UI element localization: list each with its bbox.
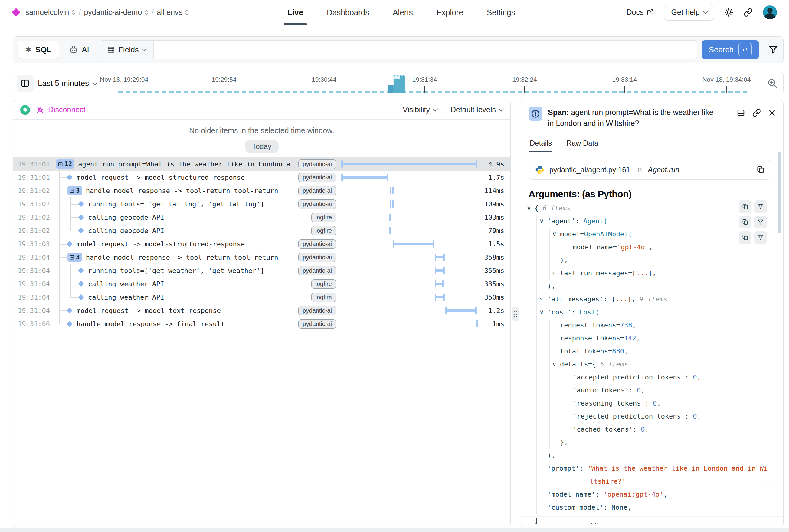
trace-row[interactable]: 19:31:04calling weather APIlogfire335ms [13, 277, 511, 290]
collapse-caret-icon[interactable]: ∨ [552, 228, 557, 241]
today-chip[interactable]: Today [245, 140, 278, 153]
collapse-caret-icon[interactable]: ∨ [552, 358, 557, 371]
duration-bar[interactable] [435, 280, 444, 287]
histogram-selection[interactable] [393, 75, 405, 93]
trace-row[interactable]: 19:31:043handle model response -> tool-r… [13, 251, 511, 264]
ai-mode-button[interactable]: AI [63, 41, 95, 59]
tag-pill[interactable]: logfire [311, 292, 336, 302]
collapse-caret-icon[interactable]: ∨ [539, 306, 544, 319]
breadcrumb-item-all-envs[interactable]: all envs [157, 8, 189, 17]
tag-pill[interactable]: logfire [311, 279, 336, 289]
expand-caret-icon[interactable]: › [539, 292, 542, 306]
copy-node-button[interactable] [739, 200, 751, 213]
filter-node-button[interactable] [754, 200, 767, 213]
trace-row[interactable]: 19:31:04running tools=['get_weather', 'g… [13, 264, 511, 277]
tag-pill[interactable]: pydantic-ai [298, 253, 336, 262]
panel-resize-handle[interactable] [512, 307, 519, 321]
tag-pill[interactable]: logfire [311, 226, 336, 235]
trace-row[interactable]: 19:31:04calling weather APIlogfire350ms [13, 290, 511, 304]
sidebar-toggle-button[interactable] [17, 75, 34, 92]
code-indent-guide [536, 253, 537, 267]
expand-caret-icon[interactable]: › [552, 267, 555, 280]
filter-funnel-icon[interactable] [768, 44, 778, 55]
tab-dashboards[interactable]: Dashboards [327, 0, 369, 25]
dock-bottom-icon[interactable] [737, 109, 745, 117]
user-avatar[interactable] [763, 5, 777, 19]
trace-row[interactable]: 19:31:02calling geocode APIlogfire103ms [13, 211, 511, 224]
trace-row[interactable]: 19:31:02running tools=['get_lat_lng', 'g… [13, 197, 511, 211]
code-line: 'accepted_prediction_tokens': 0, [525, 371, 780, 384]
trace-row[interactable]: 19:31:06handle model response -> final r… [13, 317, 511, 330]
collapse-badge[interactable]: 3 [68, 186, 82, 195]
copy-node-button[interactable] [739, 231, 751, 244]
code-token: 'openai:gpt-4o' [603, 491, 663, 498]
duration-bar[interactable] [476, 320, 478, 327]
code-line: ), [525, 253, 780, 267]
duration-bar[interactable] [445, 307, 477, 314]
query-input[interactable] [154, 41, 697, 59]
tab-alerts[interactable]: Alerts [393, 0, 413, 25]
duration-bar[interactable] [435, 267, 445, 274]
disconnect-button[interactable]: Disconnect [36, 105, 85, 114]
code-line: }, [525, 436, 780, 449]
scrollbar-thumb[interactable] [778, 152, 781, 233]
get-help-button[interactable]: Get help [664, 4, 714, 21]
trace-row[interactable]: 19:31:0112agent run prompt=What is the w… [13, 157, 511, 171]
duration-bar[interactable] [389, 214, 391, 221]
detail-tab-details[interactable]: Details [529, 136, 553, 152]
trace-row[interactable]: 19:31:02calling geocode APIlogfire79ms [13, 224, 511, 237]
fields-dropdown[interactable]: Fields [100, 41, 154, 59]
duration-bar[interactable] [435, 293, 445, 301]
docs-link[interactable]: Docs [627, 8, 654, 17]
tag-pill[interactable]: logfire [311, 213, 336, 222]
tag-pill[interactable]: pydantic-ai [298, 186, 336, 195]
duration-bar[interactable] [393, 240, 435, 248]
default-levels-dropdown[interactable]: Default levels [450, 105, 503, 114]
visibility-dropdown[interactable]: Visibility [403, 105, 437, 114]
share-link-icon[interactable] [744, 8, 753, 17]
source-location-card[interactable]: pydantic_ai/agent.py:161 in Agent.run [528, 160, 771, 180]
tag-pill[interactable]: pydantic-ai [298, 266, 336, 276]
filter-node-button[interactable] [754, 216, 767, 228]
collapse-badge[interactable]: 12 [56, 159, 74, 169]
filter-node-button[interactable] [754, 231, 767, 244]
theme-toggle-sun-icon[interactable] [724, 8, 733, 17]
logfire-logo[interactable] [12, 8, 21, 17]
trace-row[interactable]: 19:31:04model request -> model-text-resp… [13, 304, 511, 317]
copy-node-button[interactable] [739, 216, 751, 228]
duration-bar[interactable] [435, 253, 445, 261]
time-axis[interactable]: Nov 18, 19:29:0419:29:5419:30:4419:31:34… [105, 72, 763, 94]
tag-pill[interactable]: pydantic-ai [298, 319, 336, 329]
tab-explore[interactable]: Explore [437, 0, 463, 25]
collapse-badge[interactable]: 3 [68, 253, 82, 262]
trace-row[interactable]: 19:31:023handle model response -> tool-r… [13, 184, 511, 197]
breadcrumb-item-pydantic-ai-demo[interactable]: pydantic-ai-demo [84, 8, 149, 17]
tag-pill[interactable]: pydantic-ai [298, 240, 336, 249]
search-button[interactable]: Search ↵ [701, 40, 759, 59]
tag-pill[interactable]: pydantic-ai [298, 173, 336, 182]
collapse-caret-icon[interactable]: ∨ [539, 214, 544, 228]
scrollbar-track[interactable] [507, 153, 507, 320]
tab-live[interactable]: Live [287, 0, 303, 25]
code-token: 0 [641, 425, 645, 433]
copy-icon[interactable] [756, 166, 765, 174]
duration-bar[interactable] [390, 200, 393, 208]
detail-tab-raw-data[interactable]: Raw Data [566, 136, 599, 152]
trace-row[interactable]: 19:31:01model request -> model-structure… [13, 171, 511, 184]
tag-pill[interactable]: pydantic-ai [298, 200, 336, 209]
time-range-dropdown[interactable]: Last 5 minutes [38, 79, 105, 88]
duration-bar[interactable] [341, 174, 388, 181]
copy-link-icon[interactable] [752, 109, 761, 117]
duration-bar[interactable] [389, 227, 391, 234]
zoom-in-icon[interactable] [767, 78, 778, 89]
tab-settings[interactable]: Settings [487, 0, 515, 25]
close-icon[interactable] [768, 109, 776, 117]
tag-pill[interactable]: pydantic-ai [298, 159, 336, 169]
collapse-caret-icon[interactable]: ∨ [527, 202, 531, 214]
duration-bar[interactable] [390, 187, 393, 194]
breadcrumb-item-samuelcolvin[interactable]: samuelcolvin [25, 8, 76, 17]
trace-row[interactable]: 19:31:03model request -> model-structure… [13, 237, 511, 251]
sql-mode-button[interactable]: ✱ SQL [18, 41, 59, 59]
tag-pill[interactable]: pydantic-ai [298, 306, 336, 315]
duration-bar[interactable] [341, 160, 477, 168]
